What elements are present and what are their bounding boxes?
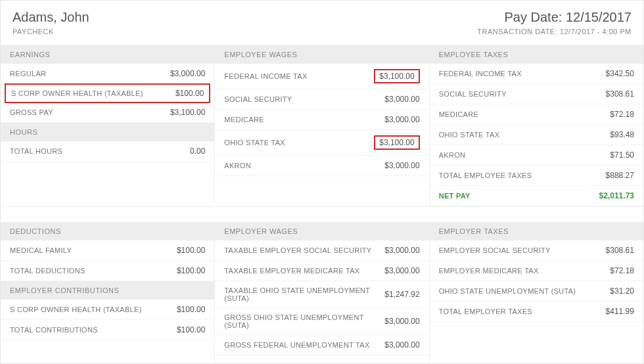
row-value: $3,100.00 [170,108,205,117]
col-employer-taxes: EMPLOYER TAXES EMPLOYER SOCIAL SECURITY … [430,222,643,363]
employer-taxes-title: EMPLOYER TAXES [430,222,643,240]
doc-type: PAYCHECK [12,28,89,35]
header-left: Adams, John PAYCHECK [12,10,89,35]
table-row: TOTAL DEDUCTIONS $100.00 [1,261,214,281]
row-value: $3,000.00 [384,115,419,124]
table-row: REGULAR $3,000.00 [1,64,214,84]
row-label: TOTAL DEDUCTIONS [10,267,85,275]
row-label: GROSS OHIO STATE UNEMPLOYMENT (SUTA) [224,313,384,329]
employer-wages-title: EMPLOYER WAGES [215,222,428,240]
row-value: $2,011.73 [599,191,634,200]
table-row: OHIO STATE UNEMPLOYMENT (SUTA) $31.20 [430,281,643,302]
table-row: OHIO STATE TAX $93.48 [430,125,643,145]
row-label: NET PAY [439,192,471,200]
table-row: AKRON $71.50 [430,145,643,166]
row-label: TOTAL HOURS [10,147,62,155]
table-row: SOCIAL SECURITY $308.61 [430,84,643,104]
row-label: EMPLOYER MEDICARE TAX [439,267,539,275]
row-value: $308.61 [606,89,634,99]
employee-name: Adams, John [12,10,89,25]
row-value: $3,000.00 [384,266,419,275]
table-row: TAXABLE EMPLOYER MEDICARE TAX $3,000.00 [215,261,428,281]
row-label: SOCIAL SECURITY [439,90,507,98]
row-value: $31.20 [610,286,634,296]
row-value: $3,100.00 [374,69,420,83]
row-label: GROSS FEDERAL UNEMPLOYMENT TAX [224,341,369,349]
row-value: $71.50 [610,150,634,160]
table-row: EMPLOYER MEDICARE TAX $72.18 [430,261,643,281]
row-value: $3,000.00 [384,317,419,326]
employee-taxes-title: EMPLOYEE TAXES [430,45,643,64]
row-value: $100.00 [175,89,204,98]
table-row: S CORP OWNER HEALTH (TAXABLE) $100.00 [1,300,214,320]
table-row: FEDERAL INCOME TAX $342.50 [430,64,643,84]
row-label: TAXABLE EMPLOYER SOCIAL SECURITY [224,246,371,254]
row-label: OHIO STATE UNEMPLOYMENT (SUTA) [439,287,576,295]
net-pay-row: NET PAY $2,011.73 [430,186,643,206]
row-value: $888.27 [606,171,634,180]
paycheck-page: Adams, John PAYCHECK Pay Date: 12/15/201… [0,0,644,364]
row-label: TAXABLE EMPLOYER MEDICARE TAX [224,267,359,275]
col-employee-wages: EMPLOYEE WAGES FEDERAL INCOME TAX $3,100… [215,45,429,206]
row-label: OHIO STATE TAX [439,131,500,139]
employer-contrib-title: EMPLOYER CONTRIBUTIONS [1,281,214,300]
table-row: MEDICAL FAMILY $100.00 [1,240,214,261]
row-label: S CORP OWNER HEALTH (TAXABLE) [11,89,143,97]
row-value: $72.18 [610,266,634,275]
table-row: TOTAL EMPLOYEE TAXES $888.27 [430,166,643,186]
row-label: OHIO STATE TAX [224,139,285,147]
row-label: S CORP OWNER HEALTH (TAXABLE) [10,306,142,313]
upper-columns: EARNINGS REGULAR $3,000.00 S CORP OWNER … [1,45,643,206]
col-deductions: DEDUCTIONS MEDICAL FAMILY $100.00 TOTAL … [1,222,215,363]
col-employer-wages: EMPLOYER WAGES TAXABLE EMPLOYER SOCIAL S… [215,222,429,363]
table-row: TOTAL HOURS 0.00 [1,141,214,162]
row-value: $3,100.00 [374,135,420,150]
table-row: GROSS PAY $3,100.00 [1,102,214,123]
earnings-title: EARNINGS [1,45,214,64]
header: Adams, John PAYCHECK Pay Date: 12/15/201… [1,1,643,45]
transaction-date: TRANSACTION DATE: 12/7/2017 - 4:00 PM [477,28,632,35]
row-value: $93.48 [610,130,634,139]
row-value: $3,000.00 [384,246,419,255]
row-label: TOTAL CONTRIBUTIONS [10,326,98,334]
lower-columns: DEDUCTIONS MEDICAL FAMILY $100.00 TOTAL … [1,222,643,363]
row-label: GROSS PAY [10,108,53,116]
row-label: AKRON [439,151,466,159]
row-value: $100.00 [177,325,205,334]
col-earnings: EARNINGS REGULAR $3,000.00 S CORP OWNER … [1,45,215,206]
divider [1,206,643,222]
row-value: $3,000.00 [384,95,419,104]
table-row: SOCIAL SECURITY $3,000.00 [215,89,428,110]
table-row: GROSS OHIO STATE UNEMPLOYMENT (SUTA) $3,… [215,308,428,335]
table-row: TAXABLE OHIO STATE UNEMPLOYMENT (SUTA) $… [215,281,428,308]
row-label: TOTAL EMPLOYER TAXES [439,307,532,315]
col-employee-taxes: EMPLOYEE TAXES FEDERAL INCOME TAX $342.5… [430,45,643,206]
row-label: EMPLOYER SOCIAL SECURITY [439,246,551,254]
row-value: $1,247.92 [384,290,419,299]
table-row: AKRON $3,000.00 [215,156,428,176]
row-value: $308.61 [606,246,634,255]
row-value: $100.00 [177,266,205,275]
row-value: 0.00 [190,147,205,156]
row-label: FEDERAL INCOME TAX [224,72,307,80]
row-value: $3,000.00 [384,161,419,170]
row-label: FEDERAL INCOME TAX [439,70,522,78]
table-row: TOTAL CONTRIBUTIONS $100.00 [1,320,214,340]
table-row: OHIO STATE TAX $3,100.00 [215,130,428,156]
pay-date: Pay Date: 12/15/2017 [477,10,632,25]
row-value: $3,000.00 [170,69,205,78]
table-row: TOTAL EMPLOYER TAXES $411.99 [430,302,643,322]
table-row: EMPLOYER SOCIAL SECURITY $308.61 [430,240,643,261]
row-label: SOCIAL SECURITY [224,95,292,103]
row-label: MEDICAL FAMILY [10,246,72,254]
table-row: FEDERAL INCOME TAX $3,100.00 [215,64,428,89]
row-label: TOTAL EMPLOYEE TAXES [439,171,532,179]
table-row: MEDICARE $3,000.00 [215,110,428,130]
table-row: TAXABLE EMPLOYER SOCIAL SECURITY $3,000.… [215,240,428,261]
row-label: AKRON [224,162,251,170]
table-row: MEDICARE $72.18 [430,104,643,125]
employee-wages-title: EMPLOYEE WAGES [215,45,428,64]
deductions-title: DEDUCTIONS [1,222,214,240]
row-value: $100.00 [177,305,205,314]
row-label: MEDICARE [224,116,264,124]
